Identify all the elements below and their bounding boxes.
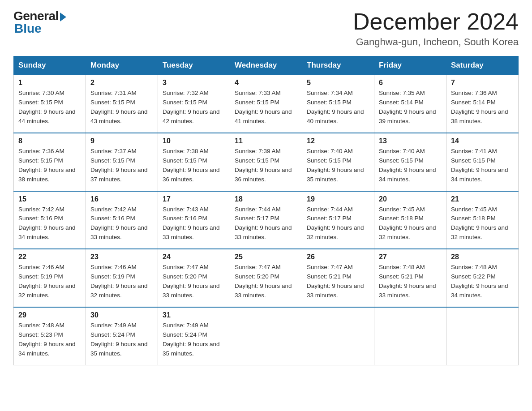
day-info: Sunrise: 7:41 AM Sunset: 5:15 PM Dayligh… <box>451 147 514 184</box>
day-info: Sunrise: 7:32 AM Sunset: 5:15 PM Dayligh… <box>163 89 225 126</box>
calendar-cell: 2 Sunrise: 7:31 AM Sunset: 5:15 PM Dayli… <box>86 75 158 133</box>
calendar-cell: 13 Sunrise: 7:40 AM Sunset: 5:15 PM Dayl… <box>374 133 446 191</box>
day-info: Sunrise: 7:36 AM Sunset: 5:15 PM Dayligh… <box>18 147 81 184</box>
day-info: Sunrise: 7:37 AM Sunset: 5:15 PM Dayligh… <box>90 147 153 184</box>
day-number: 2 <box>90 79 153 87</box>
day-info: Sunrise: 7:48 AM Sunset: 5:21 PM Dayligh… <box>379 263 442 300</box>
day-number: 6 <box>379 79 442 87</box>
calendar-cell: 30 Sunrise: 7:49 AM Sunset: 5:24 PM Dayl… <box>86 307 158 365</box>
day-info: Sunrise: 7:31 AM Sunset: 5:15 PM Dayligh… <box>90 89 153 126</box>
day-number: 27 <box>379 253 442 261</box>
calendar-cell <box>302 307 374 365</box>
day-number: 18 <box>235 195 297 203</box>
day-number: 20 <box>379 195 442 203</box>
day-number: 25 <box>235 253 297 261</box>
day-number: 23 <box>90 253 153 261</box>
day-number: 7 <box>451 79 514 87</box>
calendar-cell: 16 Sunrise: 7:42 AM Sunset: 5:16 PM Dayl… <box>86 191 158 249</box>
day-number: 30 <box>90 311 153 319</box>
logo-blue-text: Blue <box>14 21 42 36</box>
day-number: 9 <box>90 137 153 145</box>
day-info: Sunrise: 7:44 AM Sunset: 5:17 PM Dayligh… <box>235 205 297 243</box>
calendar-cell: 21 Sunrise: 7:45 AM Sunset: 5:18 PM Dayl… <box>446 191 519 249</box>
calendar-cell: 27 Sunrise: 7:48 AM Sunset: 5:21 PM Dayl… <box>374 249 446 307</box>
weekday-header-thursday: Thursday <box>302 56 374 75</box>
title-block: December 2024 Ganghwa-gun, Incheon, Sout… <box>353 9 519 48</box>
month-title: December 2024 <box>353 9 519 34</box>
day-info: Sunrise: 7:43 AM Sunset: 5:16 PM Dayligh… <box>163 205 225 243</box>
day-number: 31 <box>163 311 225 319</box>
calendar-week-row: 15 Sunrise: 7:42 AM Sunset: 5:16 PM Dayl… <box>14 191 519 249</box>
day-info: Sunrise: 7:30 AM Sunset: 5:15 PM Dayligh… <box>18 89 81 126</box>
calendar-cell: 23 Sunrise: 7:46 AM Sunset: 5:19 PM Dayl… <box>86 249 158 307</box>
day-info: Sunrise: 7:49 AM Sunset: 5:24 PM Dayligh… <box>90 321 153 359</box>
page-header: General Blue December 2024 Ganghwa-gun, … <box>13 9 519 48</box>
calendar-cell: 4 Sunrise: 7:33 AM Sunset: 5:15 PM Dayli… <box>230 75 302 133</box>
calendar-cell: 14 Sunrise: 7:41 AM Sunset: 5:15 PM Dayl… <box>446 133 519 191</box>
day-info: Sunrise: 7:48 AM Sunset: 5:23 PM Dayligh… <box>18 321 81 359</box>
calendar-cell: 26 Sunrise: 7:47 AM Sunset: 5:21 PM Dayl… <box>302 249 374 307</box>
day-info: Sunrise: 7:42 AM Sunset: 5:16 PM Dayligh… <box>90 205 153 243</box>
weekday-header-friday: Friday <box>374 56 446 75</box>
calendar-cell: 20 Sunrise: 7:45 AM Sunset: 5:18 PM Dayl… <box>374 191 446 249</box>
calendar-cell: 5 Sunrise: 7:34 AM Sunset: 5:15 PM Dayli… <box>302 75 374 133</box>
location: Ganghwa-gun, Incheon, South Korea <box>353 36 519 48</box>
calendar-cell: 6 Sunrise: 7:35 AM Sunset: 5:14 PM Dayli… <box>374 75 446 133</box>
day-number: 8 <box>18 137 81 145</box>
day-info: Sunrise: 7:45 AM Sunset: 5:18 PM Dayligh… <box>451 205 514 243</box>
calendar-cell: 1 Sunrise: 7:30 AM Sunset: 5:15 PM Dayli… <box>14 75 86 133</box>
calendar-cell: 15 Sunrise: 7:42 AM Sunset: 5:16 PM Dayl… <box>14 191 86 249</box>
day-info: Sunrise: 7:44 AM Sunset: 5:17 PM Dayligh… <box>307 205 369 243</box>
day-info: Sunrise: 7:47 AM Sunset: 5:20 PM Dayligh… <box>163 263 225 300</box>
weekday-header-sunday: Sunday <box>14 56 86 75</box>
calendar-cell: 17 Sunrise: 7:43 AM Sunset: 5:16 PM Dayl… <box>158 191 230 249</box>
calendar-cell: 11 Sunrise: 7:39 AM Sunset: 5:15 PM Dayl… <box>230 133 302 191</box>
day-number: 5 <box>307 79 369 87</box>
day-info: Sunrise: 7:47 AM Sunset: 5:21 PM Dayligh… <box>307 263 369 300</box>
weekday-header-wednesday: Wednesday <box>230 56 302 75</box>
weekday-header-saturday: Saturday <box>446 56 519 75</box>
calendar-week-row: 1 Sunrise: 7:30 AM Sunset: 5:15 PM Dayli… <box>14 75 519 133</box>
day-info: Sunrise: 7:40 AM Sunset: 5:15 PM Dayligh… <box>307 147 369 184</box>
day-number: 21 <box>451 195 514 203</box>
weekday-header-monday: Monday <box>86 56 158 75</box>
calendar-cell <box>374 307 446 365</box>
day-info: Sunrise: 7:49 AM Sunset: 5:24 PM Dayligh… <box>163 321 225 359</box>
calendar-week-row: 8 Sunrise: 7:36 AM Sunset: 5:15 PM Dayli… <box>14 133 519 191</box>
calendar-cell: 8 Sunrise: 7:36 AM Sunset: 5:15 PM Dayli… <box>14 133 86 191</box>
calendar-cell: 18 Sunrise: 7:44 AM Sunset: 5:17 PM Dayl… <box>230 191 302 249</box>
day-number: 10 <box>163 137 225 145</box>
calendar-cell: 25 Sunrise: 7:47 AM Sunset: 5:20 PM Dayl… <box>230 249 302 307</box>
day-number: 22 <box>18 253 81 261</box>
calendar-cell <box>446 307 519 365</box>
calendar-cell: 29 Sunrise: 7:48 AM Sunset: 5:23 PM Dayl… <box>14 307 86 365</box>
calendar-cell: 7 Sunrise: 7:36 AM Sunset: 5:14 PM Dayli… <box>446 75 519 133</box>
day-number: 15 <box>18 195 81 203</box>
calendar-cell: 22 Sunrise: 7:46 AM Sunset: 5:19 PM Dayl… <box>14 249 86 307</box>
day-number: 1 <box>18 79 81 87</box>
day-number: 17 <box>163 195 225 203</box>
calendar-cell: 31 Sunrise: 7:49 AM Sunset: 5:24 PM Dayl… <box>158 307 230 365</box>
day-info: Sunrise: 7:33 AM Sunset: 5:15 PM Dayligh… <box>235 89 297 126</box>
calendar-cell: 9 Sunrise: 7:37 AM Sunset: 5:15 PM Dayli… <box>86 133 158 191</box>
calendar-cell: 24 Sunrise: 7:47 AM Sunset: 5:20 PM Dayl… <box>158 249 230 307</box>
day-info: Sunrise: 7:46 AM Sunset: 5:19 PM Dayligh… <box>18 263 81 300</box>
day-info: Sunrise: 7:35 AM Sunset: 5:14 PM Dayligh… <box>379 89 442 126</box>
day-number: 24 <box>163 253 225 261</box>
weekday-header-tuesday: Tuesday <box>158 56 230 75</box>
day-number: 12 <box>307 137 369 145</box>
day-number: 3 <box>163 79 225 87</box>
day-number: 13 <box>379 137 442 145</box>
day-info: Sunrise: 7:46 AM Sunset: 5:19 PM Dayligh… <box>90 263 153 300</box>
calendar-cell: 19 Sunrise: 7:44 AM Sunset: 5:17 PM Dayl… <box>302 191 374 249</box>
calendar-week-row: 29 Sunrise: 7:48 AM Sunset: 5:23 PM Dayl… <box>14 307 519 365</box>
calendar-cell: 10 Sunrise: 7:38 AM Sunset: 5:15 PM Dayl… <box>158 133 230 191</box>
calendar-cell: 3 Sunrise: 7:32 AM Sunset: 5:15 PM Dayli… <box>158 75 230 133</box>
calendar-table: SundayMondayTuesdayWednesdayThursdayFrid… <box>13 56 519 365</box>
day-number: 26 <box>307 253 369 261</box>
day-number: 14 <box>451 137 514 145</box>
calendar-cell: 12 Sunrise: 7:40 AM Sunset: 5:15 PM Dayl… <box>302 133 374 191</box>
day-number: 16 <box>90 195 153 203</box>
calendar-cell <box>230 307 302 365</box>
logo-arrow-icon <box>60 13 66 21</box>
